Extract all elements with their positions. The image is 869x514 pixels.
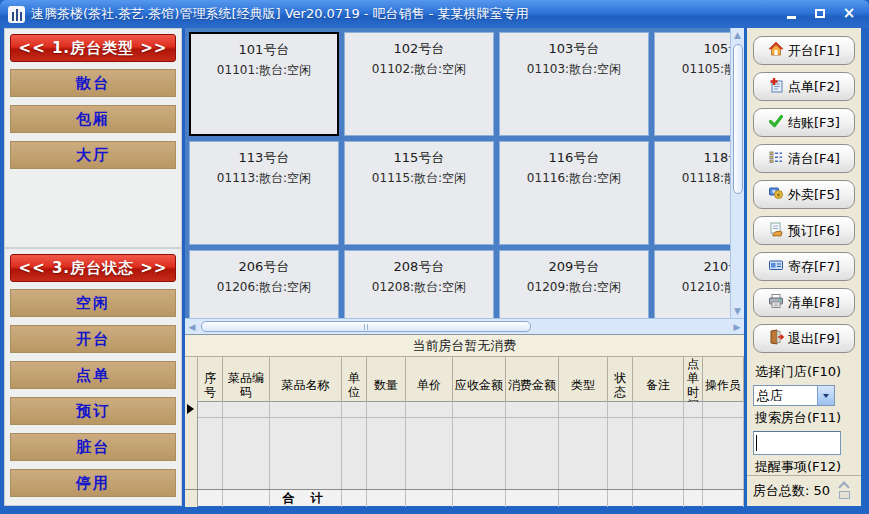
table-card[interactable]: 113号台 01113:散台:空闲 [189, 141, 339, 245]
table-type-section: << 1.房台类型 >> 散台 包厢 大厅 [5, 29, 181, 249]
table-cards-area: 101号台 01101:散台:空闲 102号台 01102:散台:空闲 103号… [185, 28, 744, 318]
table-card-info: 01116:散台:空闲 [500, 170, 648, 187]
table-card[interactable]: 101号台 01101:散台:空闲 [189, 32, 339, 136]
takeout-icon: ¥ [768, 185, 784, 204]
exit-button[interactable]: 退出[F9] [753, 324, 855, 353]
button-label: 寄存[F7] [788, 258, 840, 276]
button-label: 预订[F6] [788, 222, 840, 240]
table-card[interactable]: 209号台 01209:散台:空闲 [499, 250, 649, 318]
type-button-baoxiang[interactable]: 包厢 [10, 105, 176, 133]
order-icon [768, 77, 784, 96]
search-table-input[interactable] [753, 431, 841, 455]
table-status-header: << 3.房台状态 >> [10, 254, 176, 282]
table-card-name: 115号台 [345, 149, 493, 167]
chevron-down-icon [823, 394, 829, 398]
minimize-icon [787, 16, 796, 19]
scroll-left-icon[interactable]: ◀ [185, 320, 199, 334]
status-button-tingyong[interactable]: 停用 [10, 469, 176, 497]
status-button-kaitai[interactable]: 开台 [10, 325, 176, 353]
close-button[interactable]: × [839, 4, 859, 22]
vertical-scroll-thumb[interactable] [733, 44, 743, 194]
table-card-name: 209号台 [500, 258, 648, 276]
table-card[interactable]: 102号台 01102:散台:空闲 [344, 32, 494, 136]
total-label: 合 计 [270, 490, 342, 507]
table-card-name: 118号台 [655, 149, 730, 167]
svg-text:¥: ¥ [777, 191, 781, 198]
combo-dropdown-button[interactable] [817, 386, 834, 405]
table-card[interactable]: 116号台 01116:散台:空闲 [499, 141, 649, 245]
table-status-section: << 3.房台状态 >> 空闲 开台 点单 预订 脏台 停用 [5, 249, 181, 505]
status-button-zangtai[interactable]: 脏台 [10, 433, 176, 461]
button-label: 清单[F8] [788, 294, 840, 312]
store-select-value: 总店 [754, 387, 817, 405]
button-label: 点单[F2] [788, 78, 840, 96]
table-card-info: 01210:散台:空闲 [655, 279, 730, 296]
status-button-kongxian[interactable]: 空闲 [10, 289, 176, 317]
status-button-diandan[interactable]: 点单 [10, 361, 176, 389]
open-table-button[interactable]: 开台[F1] [753, 36, 855, 65]
window-content: << 1.房台类型 >> 散台 包厢 大厅 << 3.房台状态 >> 空闲 开台… [0, 28, 869, 510]
table-card[interactable]: 103号台 01103:散台:空闲 [499, 32, 649, 136]
type-button-dating[interactable]: 大厅 [10, 141, 176, 169]
table-count-status: 房台总数: 50 [747, 475, 861, 506]
button-label: 结账[F3] [788, 114, 840, 132]
status-button-yuding[interactable]: 预订 [10, 397, 176, 425]
store-select[interactable]: 总店 [753, 385, 835, 406]
table-card[interactable]: 210号台 01210:散台:空闲 [654, 250, 730, 318]
table-card-name: 208号台 [345, 258, 493, 276]
bill-list-button[interactable]: 清单[F8] [753, 288, 855, 317]
store-select-label: 选择门店(F10) [755, 363, 855, 381]
button-label: 外卖[F5] [788, 186, 840, 204]
table-type-header: << 1.房台类型 >> [10, 34, 176, 62]
table-card-name: 105号台 [655, 40, 730, 58]
table-card-name: 103号台 [500, 40, 648, 58]
scroll-down-icon[interactable]: ▼ [731, 304, 745, 318]
checkout-button[interactable]: 结账[F3] [753, 108, 855, 137]
type-button-santai[interactable]: 散台 [10, 69, 176, 97]
row-arrow-icon [187, 404, 194, 414]
app-logo-icon [8, 6, 25, 23]
table-card-name: 206号台 [190, 258, 338, 276]
table-card-info: 01102:散台:空闲 [345, 61, 493, 78]
table-card-name: 210号台 [655, 258, 730, 276]
clear-table-button[interactable]: 清台[F4] [753, 144, 855, 173]
table-card-info: 01113:散台:空闲 [190, 170, 338, 187]
table-card[interactable]: 115号台 01115:散台:空闲 [344, 141, 494, 245]
vertical-scrollbar[interactable]: ▲ ▼ [730, 28, 744, 318]
reserve-icon [768, 221, 784, 240]
table-cards-grid: 101号台 01101:散台:空闲 102号台 01102:散台:空闲 103号… [185, 28, 730, 318]
scroll-up-icon[interactable]: ▲ [731, 28, 745, 42]
takeout-button[interactable]: ¥ 外卖[F5] [753, 180, 855, 209]
button-label: 开台[F1] [788, 42, 840, 60]
left-sidebar: << 1.房台类型 >> 散台 包厢 大厅 << 3.房台状态 >> 空闲 开台… [4, 28, 182, 506]
list-icon [768, 149, 784, 168]
table-card[interactable]: 118号台 01118:散台:空闲 [654, 141, 730, 245]
print-icon [768, 293, 784, 312]
table-count-label: 房台总数: 50 [753, 482, 837, 500]
check-icon [768, 113, 784, 132]
table-card-name: 113号台 [190, 149, 338, 167]
table-cards-viewport: 101号台 01101:散台:空闲 102号台 01102:散台:空闲 103号… [185, 28, 730, 318]
right-sidebar: 开台[F1] 点单[F2] 结账[F3] 清台[F4] ¥ 外卖[F5] 预订[… [744, 28, 861, 506]
table-card[interactable]: 206号台 01206:散台:空闲 [189, 250, 339, 318]
storage-icon [768, 257, 784, 276]
order-button[interactable]: 点单[F2] [753, 72, 855, 101]
table-card-info: 01118:散台:空闲 [655, 170, 730, 187]
table-card-info: 01209:散台:空闲 [500, 279, 648, 296]
table-card-info: 01101:散台:空闲 [191, 62, 337, 79]
maximize-button[interactable] [810, 4, 830, 22]
storage-button[interactable]: 寄存[F7] [753, 252, 855, 281]
search-table-label: 搜索房台(F11) [755, 409, 855, 427]
horizontal-scrollbar[interactable]: ◀ ▶ [185, 318, 744, 334]
house-icon [768, 41, 784, 60]
minimize-button[interactable] [781, 4, 801, 22]
scroll-right-icon[interactable]: ▶ [730, 320, 744, 334]
horizontal-scroll-thumb[interactable] [201, 321, 531, 332]
collapse-panel-icon[interactable] [837, 483, 855, 499]
table-card[interactable]: 105号台 01105:散台:空闲 [654, 32, 730, 136]
current-row-indicator [185, 402, 198, 489]
exit-icon [768, 329, 784, 348]
maximize-icon [815, 9, 825, 18]
reserve-button[interactable]: 预订[F6] [753, 216, 855, 245]
table-card[interactable]: 208号台 01208:散台:空闲 [344, 250, 494, 318]
